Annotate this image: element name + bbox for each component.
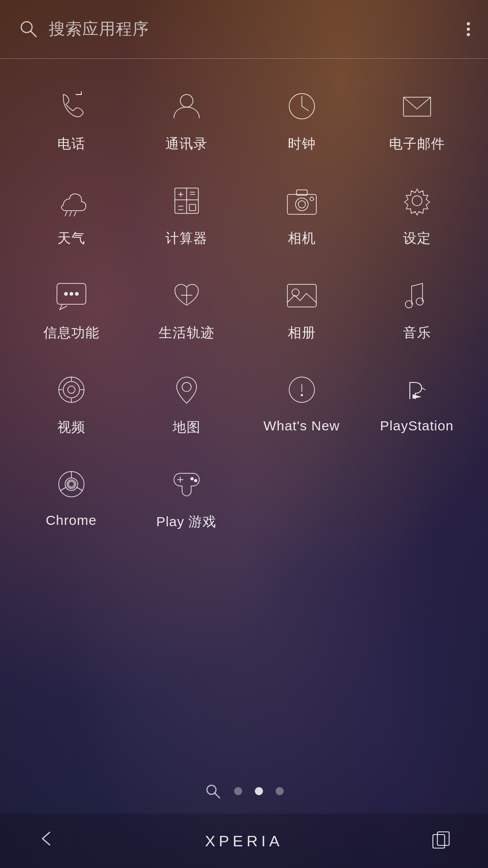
phone-icon bbox=[51, 86, 92, 127]
whatsnew-label: What's New bbox=[263, 418, 340, 434]
calculator-label: 计算器 bbox=[165, 229, 207, 248]
calculator-icon bbox=[166, 180, 207, 221]
chrome-icon bbox=[51, 464, 92, 505]
svg-line-1 bbox=[31, 31, 36, 37]
page-indicators bbox=[0, 769, 488, 814]
svg-line-38 bbox=[412, 283, 422, 286]
app-weather[interactable]: 天气 bbox=[14, 180, 129, 248]
app-maps[interactable]: 地图 bbox=[129, 369, 244, 437]
app-calculator[interactable]: 计算器 bbox=[129, 180, 244, 248]
svg-point-42 bbox=[68, 386, 75, 393]
whatsnew-icon bbox=[282, 369, 322, 410]
contacts-icon bbox=[166, 86, 207, 127]
camera-label: 相机 bbox=[288, 229, 316, 248]
app-whatsnew[interactable]: What's New bbox=[244, 369, 359, 437]
svg-line-11 bbox=[65, 212, 67, 216]
messages-label: 信息功能 bbox=[43, 324, 99, 342]
page-dot-2[interactable] bbox=[255, 787, 263, 795]
svg-point-4 bbox=[180, 94, 193, 107]
app-chrome[interactable]: Chrome bbox=[14, 464, 129, 531]
svg-point-59 bbox=[68, 481, 75, 488]
chrome-label: Chrome bbox=[46, 513, 97, 528]
album-label: 相册 bbox=[288, 324, 316, 342]
email-icon bbox=[397, 86, 437, 127]
svg-rect-8 bbox=[404, 97, 431, 116]
search-placeholder: 搜索应用程序 bbox=[49, 18, 467, 40]
svg-line-7 bbox=[302, 106, 309, 111]
playstation-icon bbox=[397, 369, 437, 410]
app-video[interactable]: 视频 bbox=[14, 369, 129, 437]
svg-rect-34 bbox=[287, 284, 316, 307]
app-playstation[interactable]: PlayStation bbox=[359, 369, 474, 437]
svg-point-47 bbox=[63, 382, 80, 398]
app-playgames[interactable]: Play 游戏 bbox=[129, 464, 244, 531]
svg-line-10 bbox=[74, 212, 76, 216]
app-email[interactable]: 电子邮件 bbox=[359, 86, 474, 153]
music-label: 音乐 bbox=[403, 324, 431, 342]
svg-point-23 bbox=[296, 198, 308, 211]
svg-rect-21 bbox=[189, 204, 196, 211]
recents-button[interactable] bbox=[430, 829, 452, 853]
svg-point-29 bbox=[64, 292, 68, 296]
clock-icon bbox=[282, 86, 322, 127]
app-music[interactable]: 音乐 bbox=[359, 275, 474, 342]
app-album[interactable]: 相册 bbox=[244, 275, 359, 342]
maps-icon bbox=[166, 369, 207, 410]
settings-label: 设定 bbox=[403, 229, 431, 248]
app-phone[interactable]: 电话 bbox=[14, 86, 129, 153]
maps-label: 地图 bbox=[173, 418, 201, 437]
page-dot-3[interactable] bbox=[276, 787, 284, 795]
svg-line-65 bbox=[215, 793, 220, 798]
lifelog-icon bbox=[166, 275, 207, 316]
svg-point-62 bbox=[190, 477, 193, 481]
svg-rect-67 bbox=[437, 832, 449, 845]
svg-rect-66 bbox=[433, 835, 445, 848]
svg-point-49 bbox=[182, 382, 191, 392]
weather-icon bbox=[51, 180, 92, 221]
app-messages[interactable]: 信息功能 bbox=[14, 275, 129, 342]
playgames-label: Play 游戏 bbox=[156, 513, 217, 531]
search-bar[interactable]: 搜索应用程序 bbox=[0, 0, 488, 59]
svg-point-35 bbox=[292, 289, 299, 296]
music-icon bbox=[397, 275, 437, 316]
app-settings[interactable]: 设定 bbox=[359, 180, 474, 248]
playgames-icon bbox=[166, 464, 207, 505]
svg-point-26 bbox=[310, 197, 314, 201]
more-options-icon[interactable] bbox=[467, 22, 470, 36]
camera-icon bbox=[282, 180, 322, 221]
app-contacts[interactable]: 通讯录 bbox=[129, 86, 244, 153]
app-lifelog[interactable]: 生活轨迹 bbox=[129, 275, 244, 342]
playstation-label: PlayStation bbox=[380, 418, 454, 434]
app-grid: 电话 通讯录 时钟 bbox=[0, 59, 488, 769]
app-clock[interactable]: 时钟 bbox=[244, 86, 359, 153]
svg-line-53 bbox=[422, 388, 425, 390]
back-button[interactable] bbox=[36, 828, 58, 854]
bottom-navigation-bar: XPERIA bbox=[0, 814, 488, 868]
contacts-label: 通讯录 bbox=[165, 135, 207, 153]
video-label: 视频 bbox=[57, 418, 85, 437]
album-icon bbox=[282, 275, 322, 316]
email-label: 电子邮件 bbox=[389, 135, 445, 153]
svg-point-52 bbox=[300, 394, 303, 396]
svg-point-27 bbox=[412, 196, 422, 206]
video-icon bbox=[51, 369, 92, 410]
phone-label: 电话 bbox=[57, 135, 85, 153]
svg-point-30 bbox=[70, 292, 73, 296]
svg-point-31 bbox=[75, 292, 79, 296]
svg-line-9 bbox=[70, 212, 71, 216]
svg-line-57 bbox=[77, 487, 82, 491]
svg-line-58 bbox=[60, 487, 66, 491]
search-icon bbox=[18, 19, 38, 40]
settings-icon bbox=[397, 180, 437, 221]
svg-point-24 bbox=[298, 201, 305, 208]
messages-icon bbox=[51, 275, 92, 316]
weather-label: 天气 bbox=[57, 229, 85, 248]
nav-search-icon bbox=[204, 783, 221, 800]
lifelog-label: 生活轨迹 bbox=[159, 324, 215, 342]
clock-label: 时钟 bbox=[288, 135, 316, 153]
page-dot-1[interactable] bbox=[234, 787, 242, 795]
app-camera[interactable]: 相机 bbox=[244, 180, 359, 248]
svg-point-63 bbox=[194, 479, 197, 482]
brand-label: XPERIA bbox=[205, 832, 283, 850]
